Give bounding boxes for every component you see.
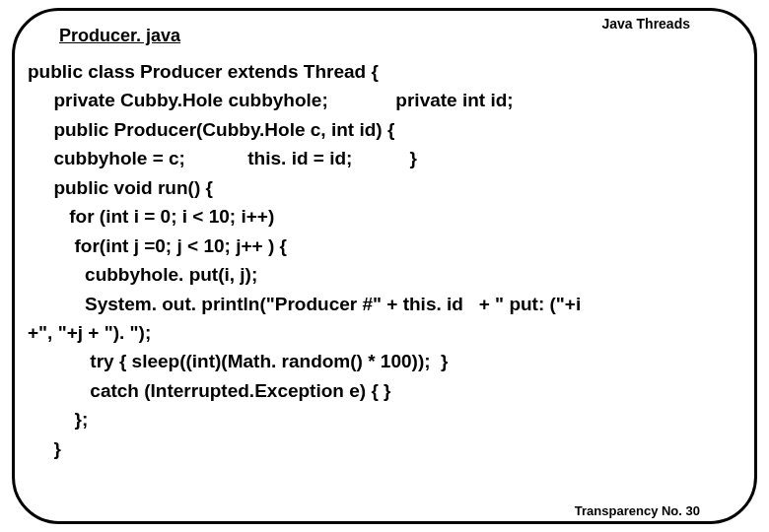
code-line: public Producer(Cubby.Hole c, int id) { <box>28 119 394 140</box>
filename-label: Producer. java <box>59 26 180 46</box>
code-line: catch (Interrupted.Exception e) { } <box>28 380 390 401</box>
code-line: for (int i = 0; i < 10; i++) <box>28 206 274 227</box>
code-block: public class Producer extends Thread { p… <box>28 57 749 463</box>
code-line: try { sleep((int)(Math. random() * 100))… <box>28 351 449 371</box>
code-line: for(int j =0; j < 10; j++ ) { <box>28 235 287 256</box>
code-line: } <box>28 438 61 459</box>
code-line: public class Producer extends Thread { <box>28 61 379 82</box>
code-line: private Cubby.Hole cubbyhole; private in… <box>28 90 514 110</box>
code-line: System. out. println("Producer #" + this… <box>28 294 581 314</box>
transparency-number: Transparency No. 30 <box>575 503 700 518</box>
code-line: }; <box>28 409 88 430</box>
code-line: cubbyhole. put(i, j); <box>28 264 257 285</box>
code-line: public void run() { <box>28 177 213 198</box>
code-line: cubbyhole = c; this. id = id; } <box>28 148 417 168</box>
header-topic: Java Threads <box>602 16 691 32</box>
code-line: +", "+j + "). "); <box>28 322 151 343</box>
